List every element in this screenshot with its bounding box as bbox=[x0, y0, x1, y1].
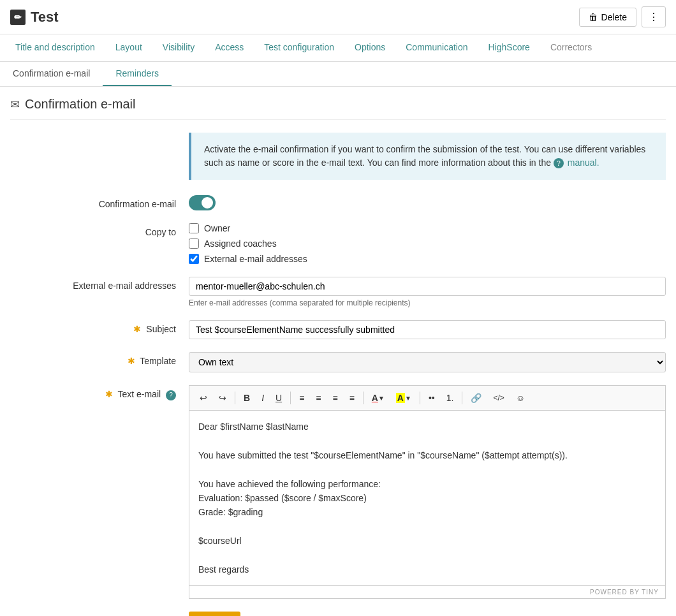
tab-communication[interactable]: Communication bbox=[395, 34, 478, 61]
align-justify-button[interactable]: ≡ bbox=[344, 390, 360, 406]
confirmation-email-control bbox=[189, 195, 666, 210]
external-email-row: External e-mail addresses Enter e-mail a… bbox=[10, 277, 666, 307]
editor-line-8 bbox=[198, 520, 656, 534]
toolbar-sep-1 bbox=[235, 392, 235, 404]
toolbar-sep-2 bbox=[290, 392, 291, 404]
external-label: External e-mail addresses bbox=[204, 254, 307, 264]
external-email-control: Enter e-mail addresses (comma separated … bbox=[189, 277, 666, 307]
subject-required-star: ✱ bbox=[133, 324, 141, 334]
source-button[interactable]: </> bbox=[488, 390, 509, 406]
confirmation-email-row: Confirmation e-mail bbox=[10, 195, 666, 210]
editor-line-9: $courseUrl bbox=[198, 534, 656, 548]
confirmation-email-toggle[interactable] bbox=[189, 195, 216, 210]
sub-tabs: Confirmation e-mail Reminders bbox=[0, 62, 676, 87]
text-email-row: ✱ Text e-mail ? ↩ ↪ B I U ≡ ≡ ≡ ≡ A bbox=[10, 385, 666, 599]
section-title-text: Confirmation e-mail bbox=[25, 97, 135, 112]
editor-line-10 bbox=[198, 548, 656, 562]
sub-tab-reminders[interactable]: Reminders bbox=[103, 62, 172, 86]
external-email-input[interactable] bbox=[189, 277, 666, 296]
text-email-required-star: ✱ bbox=[105, 389, 113, 399]
info-box-link[interactable]: manual. bbox=[568, 158, 599, 168]
editor-line-5: You have achieved the following performa… bbox=[198, 477, 656, 491]
text-email-help-icon[interactable]: ? bbox=[166, 390, 176, 400]
align-right-button[interactable]: ≡ bbox=[327, 390, 342, 406]
template-label: ✱ Template bbox=[10, 352, 189, 366]
text-email-control: ↩ ↪ B I U ≡ ≡ ≡ ≡ A ▼ A ▼ bbox=[189, 385, 666, 599]
editor-toolbar: ↩ ↪ B I U ≡ ≡ ≡ ≡ A ▼ A ▼ bbox=[189, 385, 666, 410]
template-required-star: ✱ bbox=[128, 356, 135, 366]
template-select[interactable]: Own text Default bbox=[189, 352, 666, 372]
numbered-list-button[interactable]: 1. bbox=[441, 390, 459, 406]
coaches-label: Assigned coaches bbox=[204, 238, 277, 249]
more-options-button[interactable]: ⋮ bbox=[642, 6, 666, 27]
header-actions: 🗑 Delete ⋮ bbox=[579, 6, 666, 27]
external-checkbox[interactable] bbox=[189, 254, 199, 264]
sub-tab-confirmation-email[interactable]: Confirmation e-mail bbox=[0, 62, 103, 86]
bullet-list-button[interactable]: •• bbox=[423, 390, 440, 406]
redo-button[interactable]: ↪ bbox=[214, 390, 231, 406]
owner-checkbox[interactable] bbox=[189, 223, 199, 233]
copy-to-coaches[interactable]: Assigned coaches bbox=[189, 238, 666, 249]
copy-to-external[interactable]: External e-mail addresses bbox=[189, 254, 666, 264]
undo-button[interactable]: ↩ bbox=[195, 390, 212, 406]
owner-label: Owner bbox=[204, 223, 230, 233]
editor-line-1: Dear $firstName $lastName bbox=[198, 420, 656, 434]
subject-input[interactable] bbox=[189, 320, 666, 339]
app-header: ✏ Test 🗑 Delete ⋮ bbox=[0, 0, 676, 34]
delete-button[interactable]: 🗑 Delete bbox=[579, 8, 636, 27]
underline-button[interactable]: U bbox=[270, 390, 287, 406]
tab-correctors[interactable]: Correctors bbox=[540, 34, 602, 61]
tab-options[interactable]: Options bbox=[344, 34, 395, 61]
page-content: ✉ Confirmation e-mail Activate the e-mai… bbox=[0, 87, 676, 616]
toolbar-sep-3 bbox=[363, 392, 364, 404]
trash-icon: 🗑 bbox=[589, 12, 598, 22]
coaches-checkbox[interactable] bbox=[189, 238, 199, 249]
editor-area[interactable]: Dear $firstName $lastName You have submi… bbox=[189, 410, 666, 586]
font-color-chevron: ▼ bbox=[378, 395, 385, 402]
tab-access[interactable]: Access bbox=[205, 34, 254, 61]
link-button[interactable]: 🔗 bbox=[466, 390, 487, 406]
tab-highscore[interactable]: HighScore bbox=[478, 34, 540, 61]
copy-to-label: Copy to bbox=[10, 223, 189, 237]
highlight-icon: A bbox=[396, 393, 405, 403]
font-color-button[interactable]: A ▼ bbox=[367, 390, 390, 406]
font-color-icon: A bbox=[372, 393, 378, 403]
confirmation-email-label: Confirmation e-mail bbox=[10, 195, 189, 209]
italic-button[interactable]: I bbox=[256, 390, 269, 406]
align-center-button[interactable]: ≡ bbox=[311, 390, 326, 406]
nav-tabs: Title and description Layout Visibility … bbox=[0, 34, 676, 62]
section-title: ✉ Confirmation e-mail bbox=[10, 97, 666, 120]
emoji-button[interactable]: ☺ bbox=[511, 390, 530, 406]
app-title-text: Test bbox=[31, 9, 59, 26]
copy-to-control: Owner Assigned coaches External e-mail a… bbox=[189, 223, 666, 264]
editor-line-2 bbox=[198, 434, 656, 448]
editor-footer: POWERED BY TINY bbox=[189, 586, 666, 599]
subject-label: ✱ Subject bbox=[10, 320, 189, 334]
tab-visibility[interactable]: Visibility bbox=[152, 34, 205, 61]
highlight-chevron: ▼ bbox=[405, 395, 411, 402]
email-icon: ✉ bbox=[10, 98, 20, 112]
text-email-label-text: Text e-mail bbox=[117, 389, 161, 399]
highlight-button[interactable]: A ▼ bbox=[391, 390, 416, 406]
external-email-hint: Enter e-mail addresses (comma separated … bbox=[189, 298, 666, 307]
external-email-label: External e-mail addresses bbox=[10, 277, 189, 291]
copy-to-row: Copy to Owner Assigned coaches External … bbox=[10, 223, 666, 264]
info-help-icon: ? bbox=[554, 158, 564, 168]
copy-to-owner[interactable]: Owner bbox=[189, 223, 666, 233]
text-email-label: ✱ Text e-mail ? bbox=[10, 385, 189, 400]
tab-test-configuration[interactable]: Test configuration bbox=[254, 34, 344, 61]
save-button[interactable]: Save bbox=[189, 612, 240, 616]
delete-label: Delete bbox=[601, 12, 627, 22]
editor-line-3: You have submitted the test "$courseElem… bbox=[198, 448, 656, 462]
checkbox-group: Owner Assigned coaches External e-mail a… bbox=[189, 223, 666, 264]
editor-line-6: Evaluation: $passed ($score / $maxScore) bbox=[198, 491, 656, 505]
template-label-text: Template bbox=[140, 356, 176, 366]
toolbar-sep-5 bbox=[462, 392, 462, 404]
bold-button[interactable]: B bbox=[239, 390, 255, 406]
tab-layout[interactable]: Layout bbox=[105, 34, 152, 61]
align-left-button[interactable]: ≡ bbox=[294, 390, 309, 406]
app-title: ✏ Test bbox=[10, 9, 59, 26]
tab-title-description[interactable]: Title and description bbox=[5, 34, 105, 61]
toolbar-sep-4 bbox=[420, 392, 420, 404]
subject-label-text: Subject bbox=[146, 324, 176, 334]
